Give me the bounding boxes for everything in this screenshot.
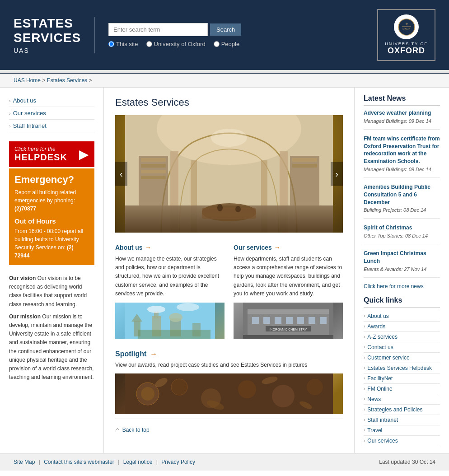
footer-sitemap[interactable]: Site Map [14,459,35,465]
chevron-right-icon: › [364,417,365,422]
chevron-right-icon: › [364,313,365,318]
footer-links: Site Map | Contact this site's webmaster… [14,459,197,465]
quicklink-customer[interactable]: › Customer service [364,353,440,363]
news-item-3-link[interactable]: Amenities Building Public Consultation 5… [364,183,440,206]
carousel-next-button[interactable]: › [331,162,343,186]
chevron-right-icon: › [9,98,11,103]
news-item-1-link[interactable]: Adverse weather planning [364,109,440,117]
helpdesk-box[interactable]: Click here for the HELPDESK ▶ [9,141,94,167]
quicklink-travel[interactable]: › Travel [364,425,440,436]
spotlight-desc: View our awards, read project case studi… [115,362,343,368]
quicklink-contact[interactable]: › Contact us [364,342,440,353]
breadcrumb-current[interactable]: Estates Services [47,77,87,84]
sidebar-item-about[interactable]: › About us [9,94,94,107]
svg-rect-13 [139,156,168,205]
out-of-hours-text: From 16:00 - 08:00 report all building f… [14,227,89,260]
svg-text:OXON: OXON [402,28,411,30]
emergency-phone: (2)70877 [14,205,36,212]
quicklink-intranet[interactable]: › Staff intranet [364,415,440,425]
svg-rect-37 [248,309,329,314]
svg-point-34 [177,303,199,311]
quicklink-about[interactable]: › About us [364,311,440,322]
breadcrumb: UAS Home > Estates Services > [0,74,449,88]
quicklink-ourservices[interactable]: › Our services [364,436,440,446]
services-title: Our services → [234,244,343,251]
helpdesk-arrow-icon: ▶ [79,147,89,162]
right-sidebar: Latest News Adverse weather planning Man… [354,88,449,453]
svg-rect-32 [138,330,210,339]
emergency-text: Report all building related emergencies … [14,188,89,213]
footer-contact-webmaster[interactable]: Contact this site's webmaster [44,459,114,465]
quicklink-strategies[interactable]: › Strategies and Policies [364,405,440,415]
search-button[interactable]: Search [210,23,241,36]
sidebar-item-intranet[interactable]: › Staff Intranet [9,120,94,132]
about-text: How we manage the estate, our strategies… [115,255,224,298]
quicklink-awards[interactable]: › Awards [364,322,440,332]
footer-legal[interactable]: Legal notice [123,459,153,465]
svg-rect-19 [292,158,317,162]
search-input[interactable] [108,23,208,36]
chevron-right-icon: › [364,376,365,381]
chevron-right-icon: › [364,365,365,370]
chevron-right-icon: › [364,345,365,350]
news-item-3: Amenities Building Public Consultation 5… [364,183,440,219]
svg-rect-44 [320,317,327,324]
latest-news-title: Latest News [364,94,440,106]
sidebar-nav: › About us › Our services › Staff Intran… [9,94,94,132]
svg-point-21 [217,204,223,211]
svg-text:INORGANIC CHEMISTRY: INORGANIC CHEMISTRY [270,328,307,331]
carousel-svg [115,115,343,233]
news-item-2-link[interactable]: FM team wins certificate from Oxford Pre… [364,135,440,165]
svg-rect-39 [263,317,270,324]
quicklink-helpdesk[interactable]: › Estates Services Helpdesk [364,363,440,373]
footer-privacy[interactable]: Privacy Policy [161,459,195,465]
quicklink-news[interactable]: › News [364,394,440,405]
footer: Site Map | Contact this site's webmaster… [0,453,449,471]
quicklink-az[interactable]: › A-Z services [364,332,440,342]
svg-point-23 [211,129,247,147]
footer-last-updated: Last updated 30 Oct 14 [379,459,435,465]
chevron-right-icon: › [364,407,365,412]
oxford-crest-icon: ⚜ OXON [394,14,419,39]
svg-rect-16 [141,170,166,173]
helpdesk-label: HELPDESK [14,152,67,163]
svg-point-52 [171,379,187,395]
news-item-5: Green Impact Christmas Lunch Events & Aw… [364,250,440,278]
search-scope-radios: This site University of Oxford People [108,41,377,47]
quick-links-section: Quick links › About us › Awards › A-Z se… [364,296,440,446]
news-item-5-link[interactable]: Green Impact Christmas Lunch [364,250,440,265]
radio-this-site[interactable]: This site [108,41,138,47]
chevron-right-icon: › [364,386,365,391]
svg-point-56 [307,379,323,395]
svg-rect-20 [292,164,317,168]
radio-university[interactable]: University of Oxford [146,41,206,47]
breadcrumb-home[interactable]: UAS Home [14,77,41,84]
services-arrow-icon: → [274,244,281,251]
logo-line3: UAS [14,47,81,54]
chevron-right-icon: › [364,428,365,433]
radio-people[interactable]: People [214,41,239,47]
svg-point-0 [398,19,415,35]
services-section: Our services → How departments, staff an… [234,244,343,339]
news-item-4-link[interactable]: Spirit of Christmas [364,224,440,232]
carousel-prev-button[interactable]: ‹ [115,162,127,186]
sidebar-item-services[interactable]: › Our services [9,107,94,120]
chevron-right-icon: › [9,123,11,129]
services-text: How departments, staff and students can … [234,255,343,298]
quicklink-facilitynet[interactable]: › FacilityNet [364,373,440,384]
svg-point-33 [147,306,165,313]
back-to-top-link[interactable]: ⌂ Back to top [115,426,150,434]
spotlight-arrow-icon: → [150,350,157,358]
more-news-link[interactable]: Click here for more news [364,283,440,289]
svg-rect-17 [141,176,166,179]
quicklink-fmonline[interactable]: › FM Online [364,384,440,394]
page-title: Estates Services [115,97,343,108]
news-item-1: Adverse weather planning Managed Buildin… [364,109,440,130]
svg-rect-41 [286,317,293,324]
chevron-right-icon: › [364,334,365,339]
oxford-university-of: UNIVERSITY OF [385,42,428,46]
about-thumbnail [115,303,224,339]
oxford-logo: ⚜ OXON UNIVERSITY OF OXFORD [377,9,435,61]
svg-point-54 [238,380,256,398]
emergency-box: Emergency? Report all building related e… [9,168,94,265]
